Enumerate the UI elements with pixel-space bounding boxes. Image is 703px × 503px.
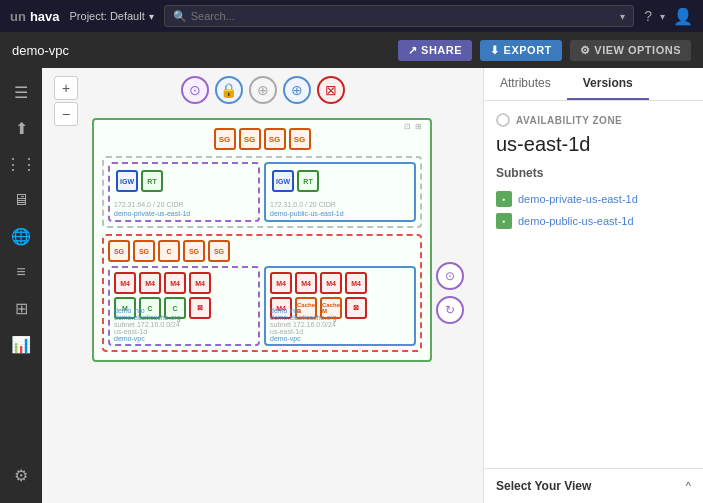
igw-icon-right[interactable]: IGW xyxy=(272,170,294,192)
logo-un: un xyxy=(10,9,26,24)
subnet-item-public[interactable]: ▪ demo-public-us-east-1d xyxy=(496,210,691,232)
user-icon[interactable]: 👤 xyxy=(673,7,693,26)
bottom-sg-2[interactable]: SG xyxy=(133,240,155,262)
sidebar-icon-monitor[interactable]: 🖥 xyxy=(5,184,37,216)
second-toolbar: demo-vpc ↗ SHARE ⬇ EXPORT ⚙ VIEW OPTIONS xyxy=(0,32,703,68)
bottom-sg-4[interactable]: SG xyxy=(208,240,230,262)
sidebar-icon-list[interactable]: ≡ xyxy=(5,256,37,288)
bottom-public-label: demo info demo.elasticache.org subnet 17… xyxy=(270,307,410,342)
sidebar-icon-table[interactable]: ⊞ xyxy=(5,292,37,324)
subnet-public-bottom[interactable]: M4 M4 M4 M4 M4 Cache B Cache M ⊠ xyxy=(264,266,416,346)
subnet-private-top[interactable]: IGW RT 172.31.64.0 / 20 CIDR demo-privat… xyxy=(108,162,260,222)
zoom-out-button[interactable]: − xyxy=(54,102,78,126)
main-content: ☰ ⬆ ⋮⋮ 🖥 🌐 ≡ ⊞ 📊 ⚙ + − ⊙ 🔒 ⊕ ⊕ ⊠ 🪣 xyxy=(0,68,703,503)
top-subnet-icons: SG SG SG SG xyxy=(102,128,422,150)
side-icon-2[interactable]: ↻ xyxy=(436,296,464,324)
subnet-public-top[interactable]: IGW RT 172.31.0.0 / 20 CIDR demo-public-… xyxy=(264,162,416,222)
availability-zone-row: AVAILABILITY ZONE xyxy=(496,113,691,127)
sg-icon-4[interactable]: SG xyxy=(289,128,311,150)
fullscreen-icon[interactable]: ⊞ xyxy=(415,122,422,131)
subnet-public-link[interactable]: demo-public-us-east-1d xyxy=(518,215,634,227)
m4-pub-4[interactable]: M4 xyxy=(345,272,367,294)
sidebar-icon-grid[interactable]: ⋮⋮ xyxy=(5,148,37,180)
az-label: AVAILABILITY ZONE xyxy=(516,115,622,126)
private-top-icons: IGW RT xyxy=(116,170,252,192)
public-top-icons: IGW RT xyxy=(272,170,408,192)
az-top-inner: IGW RT 172.31.64.0 / 20 CIDR demo-privat… xyxy=(108,162,416,222)
tab-versions[interactable]: Versions xyxy=(567,68,649,100)
az-name: us-east-1d xyxy=(496,133,691,156)
sidebar-icon-upload[interactable]: ⬆ xyxy=(5,112,37,144)
m4-icon-1[interactable]: M4 xyxy=(114,272,136,294)
help-icon[interactable]: ? xyxy=(644,8,652,24)
subnet-public-icon: ▪ xyxy=(496,213,512,229)
m4-icon-4[interactable]: M4 xyxy=(189,272,211,294)
sg-icon-1[interactable]: SG xyxy=(214,128,236,150)
az-bottom-box: ⊙ ↻ SG SG C SG SG xyxy=(102,234,422,352)
nav-icons: ? ▾ 👤 xyxy=(644,7,693,26)
settings-icon: ⚙ xyxy=(580,44,591,57)
m4-pub-1[interactable]: M4 xyxy=(270,272,292,294)
sidebar-icon-settings[interactable]: ⚙ xyxy=(5,459,37,491)
select-view-footer[interactable]: Select Your View ^ xyxy=(484,468,703,503)
float-icon-crosshair2[interactable]: ⊕ xyxy=(283,76,311,104)
side-icon-1[interactable]: ⊙ xyxy=(436,262,464,290)
float-icon-lock[interactable]: 🔒 xyxy=(215,76,243,104)
top-navigation: unhava Project: Default ▾ 🔍 ▾ ? ▾ 👤 xyxy=(0,0,703,32)
vpc-box: ⊡ ⊞ SG SG SG SG xyxy=(92,118,432,362)
subnet-list: ▪ demo-private-us-east-1d ▪ demo-public-… xyxy=(496,188,691,232)
m4-icon-2[interactable]: M4 xyxy=(139,272,161,294)
search-chevron-icon: ▾ xyxy=(620,11,625,22)
resize-icon[interactable]: ⊡ xyxy=(404,122,411,131)
az-bottom-inner: M4 M4 M4 M4 M C C ⊠ xyxy=(108,266,416,346)
search-bar[interactable]: 🔍 ▾ xyxy=(164,5,634,27)
subnet-item-private[interactable]: ▪ demo-private-us-east-1d xyxy=(496,188,691,210)
subnet-private-icon: ▪ xyxy=(496,191,512,207)
subnet-private-link[interactable]: demo-private-us-east-1d xyxy=(518,193,638,205)
tab-attributes[interactable]: Attributes xyxy=(484,68,567,100)
sg-icon-3[interactable]: SG xyxy=(264,128,286,150)
float-icon-circle[interactable]: ⊙ xyxy=(181,76,209,104)
float-icon-close[interactable]: ⊠ xyxy=(317,76,345,104)
bottom-sg-3[interactable]: SG xyxy=(183,240,205,262)
sidebar-icon-menu[interactable]: ☰ xyxy=(5,76,37,108)
search-input[interactable] xyxy=(191,10,616,22)
project-selector[interactable]: Project: Default ▾ xyxy=(70,10,154,22)
export-button[interactable]: ⬇ EXPORT xyxy=(480,40,562,61)
m4-pub-2[interactable]: M4 xyxy=(295,272,317,294)
side-floating-icons: ⊙ ↻ xyxy=(436,262,464,324)
logo[interactable]: unhava xyxy=(10,9,60,24)
az-radio xyxy=(496,113,510,127)
zoom-in-button[interactable]: + xyxy=(54,76,78,100)
bottom-private-label: demo info demo.elasticache.org subnet 17… xyxy=(114,307,254,342)
sg-icon-2[interactable]: SG xyxy=(239,128,261,150)
rt-icon-right[interactable]: RT xyxy=(297,170,319,192)
igw-icon-left[interactable]: IGW xyxy=(116,170,138,192)
az-top-box: IGW RT 172.31.64.0 / 20 CIDR demo-privat… xyxy=(102,156,422,228)
sidebar-icon-chart[interactable]: 📊 xyxy=(5,328,37,360)
float-toolbar: ⊙ 🔒 ⊕ ⊕ ⊠ xyxy=(181,76,345,104)
export-icon: ⬇ xyxy=(490,44,500,57)
private-top-label: 172.31.64.0 / 20 CIDR demo-private-us-ea… xyxy=(114,201,254,218)
rt-icon-left[interactable]: RT xyxy=(141,170,163,192)
view-options-button[interactable]: ⚙ VIEW OPTIONS xyxy=(570,40,691,61)
subnet-private-bottom[interactable]: M4 M4 M4 M4 M C C ⊠ xyxy=(108,266,260,346)
sidebar-icon-globe[interactable]: 🌐 xyxy=(5,220,37,252)
select-view-chevron-icon: ^ xyxy=(686,480,691,492)
bottom-public-row1: M4 M4 M4 M4 xyxy=(270,272,410,294)
m4-pub-3[interactable]: M4 xyxy=(320,272,342,294)
project-chevron-icon: ▾ xyxy=(149,11,154,22)
bottom-sg-1[interactable]: SG xyxy=(108,240,130,262)
right-panel: Attributes Versions AVAILABILITY ZONE us… xyxy=(483,68,703,503)
share-button[interactable]: ↗ SHARE xyxy=(398,40,473,61)
m4-icon-3[interactable]: M4 xyxy=(164,272,186,294)
bottom-c-icon[interactable]: C xyxy=(158,240,180,262)
diagram-container: 🪣 🪣 ⊡ ⊞ SG SG SG SG xyxy=(92,118,473,493)
view-options-label: VIEW OPTIONS xyxy=(594,44,681,56)
search-icon: 🔍 xyxy=(173,10,187,23)
vpc-controls: ⊡ ⊞ xyxy=(404,122,422,131)
share-label: SHARE xyxy=(421,44,462,56)
float-icon-crosshair1[interactable]: ⊕ xyxy=(249,76,277,104)
project-label: Project: Default xyxy=(70,10,145,22)
az-bottom-top-icons: SG SG C SG SG xyxy=(108,240,416,262)
